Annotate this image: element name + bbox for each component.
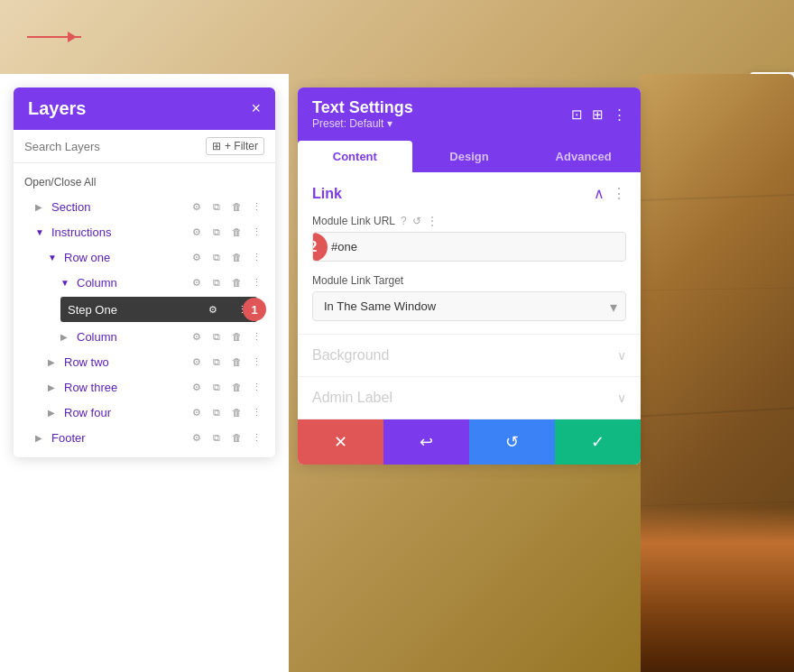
- delete-icon[interactable]: 🗑: [228, 379, 245, 395]
- more-icon[interactable]: ⋮: [248, 198, 264, 215]
- module-link-target-select[interactable]: In The Same Window In The New Tab: [312, 291, 626, 321]
- layer-item-column-1[interactable]: ▼ Column ⚙ ⧉ 🗑 ⋮: [14, 270, 275, 295]
- layer-item-section[interactable]: ▶ Section ⚙ ⧉ 🗑 ⋮: [14, 194, 275, 219]
- layers-panel-container: Layers × ⊞ + Filter Open/Close All: [0, 74, 289, 672]
- toggle-arrow-icon: ▶: [35, 202, 48, 212]
- section-more-icon[interactable]: ⋮: [612, 185, 626, 202]
- delete-icon[interactable]: 🗑: [228, 224, 245, 240]
- duplicate-icon[interactable]: ⧉: [208, 224, 225, 240]
- layers-search-bar: ⊞ + Filter: [14, 130, 275, 163]
- settings-icon[interactable]: ⚙: [189, 198, 205, 215]
- settings-preset[interactable]: Preset: Default ▾: [312, 117, 413, 130]
- more-options-icon[interactable]: ⋮: [613, 106, 626, 123]
- admin-label-section: Admin Label ∨: [298, 377, 641, 419]
- toggle-arrow-icon: ▶: [48, 357, 60, 367]
- link-section-header[interactable]: Link ∧ ⋮: [298, 172, 641, 215]
- duplicate-icon[interactable]: ⧉: [208, 429, 225, 446]
- admin-label-section-header[interactable]: Admin Label ∨: [298, 377, 641, 419]
- column-2-label: Column: [77, 330, 189, 344]
- link-more-icon[interactable]: ⋮: [427, 215, 438, 227]
- settings-icon[interactable]: ⚙: [205, 301, 221, 318]
- step-one-label: Step One: [68, 303, 205, 317]
- arrow-line-icon: [27, 36, 81, 38]
- settings-panel-container: Text Settings Preset: Default ▾ ⊡ ⊞ ⋮ Co…: [289, 74, 794, 672]
- section-label: Section: [51, 200, 189, 214]
- duplicate-icon[interactable]: ⧉: [208, 379, 225, 395]
- section-actions: ⚙ ⧉ 🗑 ⋮: [189, 198, 264, 215]
- column-1-actions: ⚙ ⧉ 🗑 ⋮: [189, 274, 264, 290]
- duplicate-icon[interactable]: ⧉: [208, 404, 225, 420]
- settings-icon[interactable]: ⚙: [189, 354, 205, 370]
- settings-icon[interactable]: ⚙: [189, 404, 205, 420]
- duplicate-icon[interactable]: ⧉: [208, 198, 225, 215]
- settings-icon[interactable]: ⚙: [189, 224, 205, 240]
- layer-item-instructions[interactable]: ▼ Instructions ⚙ ⧉ 🗑 ⋮: [14, 219, 275, 244]
- tab-design[interactable]: Design: [412, 141, 527, 172]
- layers-close-button[interactable]: ×: [251, 99, 261, 118]
- delete-icon[interactable]: 🗑: [228, 249, 245, 265]
- delete-icon[interactable]: 🗑: [228, 404, 245, 420]
- help-icon[interactable]: ?: [401, 215, 407, 227]
- footer-actions: ⚙ ⧉ 🗑 ⋮: [189, 429, 264, 446]
- expand-icon[interactable]: ⊡: [571, 106, 583, 123]
- row-one-label: Row one: [64, 251, 189, 264]
- duplicate-icon[interactable]: ⧉: [208, 249, 225, 265]
- tab-content[interactable]: Content: [298, 141, 412, 172]
- layer-item-column-2[interactable]: ▶ Column ⚙ ⧉ 🗑 ⋮: [14, 324, 275, 349]
- more-icon[interactable]: ⋮: [248, 328, 264, 345]
- settings-body: Link ∧ ⋮ Module Link URL ?: [298, 172, 641, 419]
- background-section-header[interactable]: Background ∨: [298, 335, 641, 376]
- settings-panel: Text Settings Preset: Default ▾ ⊡ ⊞ ⋮ Co…: [298, 87, 641, 465]
- open-close-all[interactable]: Open/Close All: [14, 170, 275, 194]
- delete-icon[interactable]: 🗑: [228, 354, 245, 370]
- settings-icon[interactable]: ⚙: [189, 429, 205, 446]
- settings-title-group: Text Settings Preset: Default ▾: [312, 98, 413, 130]
- more-icon[interactable]: ⋮: [248, 224, 264, 240]
- more-icon[interactable]: ⋮: [248, 249, 264, 265]
- reset-icon[interactable]: ↺: [412, 215, 421, 227]
- more-icon[interactable]: ⋮: [248, 429, 264, 446]
- layer-item-row-three[interactable]: ▶ Row three ⚙ ⧉ 🗑 ⋮: [14, 374, 275, 400]
- module-link-url-input[interactable]: [313, 233, 625, 261]
- split-icon[interactable]: ⊞: [592, 106, 604, 123]
- tab-advanced[interactable]: Advanced: [526, 141, 641, 172]
- duplicate-icon[interactable]: ⧉: [208, 328, 225, 345]
- more-icon[interactable]: ⋮: [248, 274, 264, 290]
- layer-item-footer[interactable]: ▶ Footer ⚙ ⧉ 🗑 ⋮: [14, 425, 275, 450]
- delete-icon[interactable]: 🗑: [228, 328, 245, 345]
- content-area: Layers × ⊞ + Filter Open/Close All: [0, 74, 794, 672]
- section-collapse-icon[interactable]: ∧: [594, 185, 605, 202]
- layer-item-row-four[interactable]: ▶ Row four ⚙ ⧉ 🗑 ⋮: [14, 400, 275, 425]
- duplicate-icon[interactable]: ⧉: [208, 354, 225, 370]
- cancel-button[interactable]: ✕: [298, 419, 383, 465]
- layer-item-row-two[interactable]: ▶ Row two ⚙ ⧉ 🗑 ⋮: [14, 349, 275, 374]
- admin-label-expand-icon[interactable]: ∨: [617, 391, 626, 405]
- more-icon[interactable]: ⋮: [248, 379, 264, 395]
- instructions-label: Instructions: [51, 226, 189, 239]
- undo-button[interactable]: ↩: [383, 419, 469, 465]
- layer-item-row-one[interactable]: ▼ Row one ⚙ ⧉ 🗑 ⋮: [14, 244, 275, 270]
- background-expand-icon[interactable]: ∨: [617, 348, 626, 363]
- redo-button[interactable]: ↺: [469, 419, 555, 465]
- save-button[interactable]: ✓: [555, 419, 641, 465]
- more-icon[interactable]: ⋮: [248, 354, 264, 370]
- layers-list: Open/Close All ▶ Section ⚙ ⧉ 🗑 ⋮: [14, 163, 275, 457]
- module-link-target-label: Module Link Target: [312, 274, 626, 287]
- settings-icon[interactable]: ⚙: [189, 328, 205, 345]
- badge-1: 1: [243, 298, 266, 321]
- column-2-actions: ⚙ ⧉ 🗑 ⋮: [189, 328, 264, 345]
- duplicate-icon[interactable]: ⧉: [208, 274, 225, 290]
- more-icon[interactable]: ⋮: [248, 404, 264, 420]
- filter-icon: ⊞: [212, 140, 221, 152]
- layers-search-input[interactable]: [24, 140, 206, 153]
- filter-button[interactable]: ⊞ + Filter: [206, 137, 264, 155]
- delete-icon[interactable]: 🗑: [228, 429, 245, 446]
- action-bar: ✕ ↩ ↺ ✓: [298, 419, 641, 465]
- row-three-label: Row three: [64, 381, 189, 394]
- delete-icon[interactable]: 🗑: [228, 274, 245, 290]
- layer-item-step-one[interactable]: Step One ⚙ 1 ⋮: [60, 297, 257, 322]
- settings-icon[interactable]: ⚙: [189, 274, 205, 290]
- settings-icon[interactable]: ⚙: [189, 249, 205, 265]
- delete-icon[interactable]: 🗑: [228, 198, 245, 215]
- settings-icon[interactable]: ⚙: [189, 379, 205, 395]
